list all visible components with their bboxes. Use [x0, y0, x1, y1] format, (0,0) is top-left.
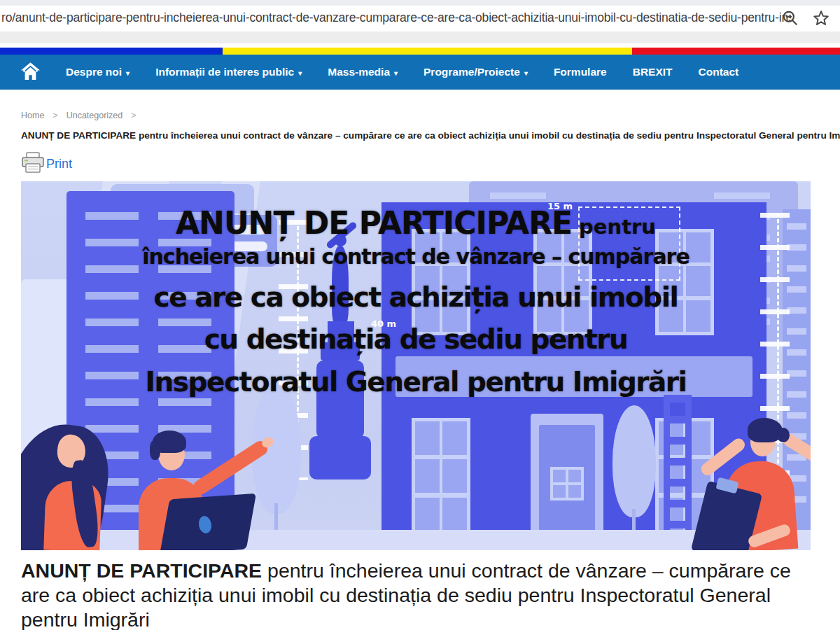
main-navigation: Despre noi ▾ Informații de interes publi… [0, 55, 840, 90]
nav-item-brexit[interactable]: BREXIT [633, 66, 673, 78]
statue-base [309, 436, 371, 479]
man-hair-side [150, 440, 160, 460]
breadcrumb-home-link[interactable]: Home [21, 111, 44, 120]
hero-title-line5: Inspectoratul General pentru Imigrări [21, 366, 811, 398]
chevron-down-icon: ▾ [126, 69, 130, 77]
print-label[interactable]: Print [46, 157, 72, 172]
breadcrumb-uncategorized-link[interactable]: Uncategorized [66, 111, 123, 120]
nav-item-programe-proiecte[interactable]: Programe/Proiecte ▾ [424, 66, 528, 78]
article-heading: ANUNȚ DE PARTICIPARE pentru încheierea u… [21, 559, 819, 630]
nav-item-contact[interactable]: Contact [699, 66, 739, 78]
hero-banner-image: 15 m 40 m [21, 181, 811, 550]
browser-chrome: ro/anunt-de-participare-pentru-incheiere… [0, 0, 840, 48]
address-bar[interactable]: ro/anunt-de-participare-pentru-incheiere… [0, 6, 840, 31]
nav-label: Informații de interes public [155, 66, 294, 78]
article-heading-bold: ANUNȚ DE PARTICIPARE [21, 559, 262, 582]
nav-home-button[interactable] [21, 62, 40, 83]
flag-yellow [223, 48, 632, 55]
print-link[interactable]: Print [21, 152, 819, 176]
hero-title-line3: ce are ca obiect achiziția unui imobil [21, 281, 811, 313]
address-bar-url[interactable]: ro/anunt-de-participare-pentru-incheiere… [1, 10, 791, 25]
bookmark-star-icon[interactable] [812, 9, 830, 30]
tree [612, 405, 656, 517]
nav-label: Formulare [554, 66, 607, 78]
nav-item-informatii[interactable]: Informații de interes public ▾ [155, 66, 302, 78]
hero-title-line1: ANUNȚ DE PARTICIPAREpentru [21, 205, 811, 241]
hero-title-line1-big: ANUNȚ DE PARTICIPARE [176, 205, 572, 241]
nav-label: Mass-media [328, 66, 390, 78]
article-title-small: ANUNȚ DE PARTICIPARE pentru încheierea u… [21, 130, 819, 141]
article-title-small-rest: pentru încheierea unui contract de vânza… [136, 130, 840, 141]
article-title-small-bold: ANUNȚ DE PARTICIPARE [21, 130, 136, 141]
printer-icon [21, 152, 45, 176]
hero-title-line1-small: pentru [579, 215, 656, 239]
door-window [550, 467, 584, 500]
chevron-down-icon: ▾ [524, 69, 528, 77]
chrome-top-strip [0, 0, 840, 6]
nav-item-formulare[interactable]: Formulare [554, 66, 607, 78]
chevron-down-icon: ▾ [394, 69, 398, 77]
nav-label: Despre noi [66, 66, 122, 78]
nav-item-mass-media[interactable]: Mass-media ▾ [328, 66, 398, 78]
right-man-hair-curl [777, 428, 790, 442]
hero-title-line4: cu destinația de sediu pentru [21, 323, 811, 355]
nav-label: Contact [699, 66, 739, 78]
nav-label: Programe/Proiecte [424, 66, 520, 78]
hero-title-line2: încheierea unui contract de vânzare – cu… [21, 244, 811, 269]
nav-label: BREXIT [633, 66, 673, 78]
ladder [664, 395, 692, 545]
home-icon [21, 62, 40, 83]
zoom-icon[interactable] [781, 9, 799, 30]
breadcrumb-separator: > [52, 111, 57, 120]
chevron-down-icon: ▾ [298, 69, 302, 77]
romanian-flag-stripe [0, 48, 840, 55]
flag-blue [0, 48, 223, 55]
breadcrumb-separator: > [131, 111, 136, 120]
flag-red [632, 48, 840, 55]
window [412, 418, 470, 537]
nav-item-despre-noi[interactable]: Despre noi ▾ [66, 66, 130, 78]
chrome-bottom-strip [0, 31, 840, 43]
breadcrumb: Home > Uncategorized > [21, 111, 819, 120]
